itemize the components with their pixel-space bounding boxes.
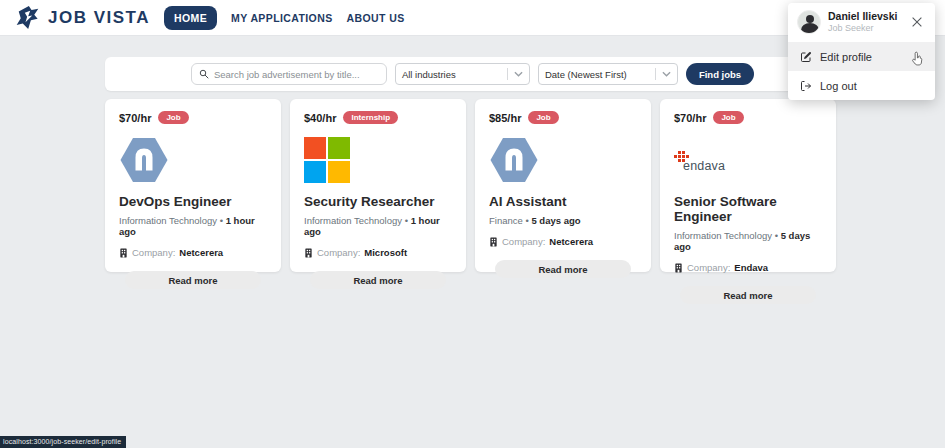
netcerera-logo: [119, 135, 169, 185]
read-more-button[interactable]: Read more: [495, 260, 631, 278]
job-card[interactable]: $40/hr Internship Security Researcher In…: [290, 99, 466, 272]
edit-profile-menu-item[interactable]: Edit profile: [788, 42, 935, 71]
date-filter-value: Date (Newest First): [545, 69, 649, 80]
user-name: Daniel Ilievski: [828, 10, 901, 23]
job-card-list: $70/hr Job DevOps Engineer Information T…: [105, 99, 836, 272]
user-role: Job Seeker: [828, 23, 901, 34]
job-meta: Information Technology • 1 hour ago: [304, 215, 452, 237]
link-preview-statusbar: localhost:3000/job-seeker/edit-profile: [0, 436, 126, 448]
job-card[interactable]: $70/hr Job DevOps Engineer Information T…: [105, 99, 281, 272]
date-filter-select[interactable]: Date (Newest First): [538, 63, 678, 85]
job-type-badge: Job: [528, 111, 558, 124]
read-more-button[interactable]: Read more: [310, 271, 446, 289]
building-icon: [119, 248, 128, 258]
microsoft-logo: [304, 137, 350, 183]
user-menu-header: Daniel Ilievski Job Seeker: [788, 3, 935, 42]
job-price: $70/hr: [119, 112, 151, 124]
netcerera-logo: [489, 135, 539, 185]
job-title: Senior Software Engineer: [674, 194, 822, 224]
company-row: Company: Netcerera: [489, 236, 637, 247]
company-row: Company: Endava: [674, 262, 822, 273]
search-icon: [199, 69, 209, 79]
select-divider: [507, 68, 508, 80]
select-divider: [655, 68, 656, 80]
job-card[interactable]: $85/hr Job AI Assistant Finance • 5 days…: [475, 99, 651, 272]
job-title: Security Researcher: [304, 194, 452, 209]
company-row: Company: Netcerera: [119, 247, 267, 258]
building-icon: [304, 248, 313, 258]
find-jobs-button[interactable]: Find jobs: [686, 63, 754, 85]
job-price: $70/hr: [674, 112, 706, 124]
industry-filter-value: All industries: [402, 69, 501, 80]
endava-dots-icon: [674, 151, 689, 162]
job-title: DevOps Engineer: [119, 194, 267, 209]
job-type-badge: Job: [713, 111, 743, 124]
job-type-badge: Internship: [343, 111, 398, 124]
job-price: $40/hr: [304, 112, 336, 124]
job-card[interactable]: $70/hr Job endava Senior Software Engine…: [660, 99, 836, 272]
chevron-down-icon: [662, 71, 671, 77]
industry-filter-select[interactable]: All industries: [395, 63, 530, 85]
company-name: Netcerera: [549, 236, 593, 247]
chevron-down-icon: [514, 71, 523, 77]
brand-logo[interactable]: JOB VISTA: [14, 4, 150, 31]
nav-about-us[interactable]: ABOUT US: [347, 12, 405, 24]
company-name: Microsoft: [364, 247, 407, 258]
search-toolbar: All industries Date (Newest First) Find …: [105, 57, 840, 91]
jobvista-logo-icon: [14, 4, 41, 31]
read-more-button[interactable]: Read more: [680, 286, 816, 304]
read-more-button[interactable]: Read more: [125, 271, 261, 289]
search-input[interactable]: [214, 69, 379, 80]
job-meta: Information Technology • 1 hour ago: [119, 215, 267, 237]
avatar: [797, 10, 821, 34]
building-icon: [489, 237, 498, 247]
nav-home[interactable]: HOME: [164, 6, 217, 30]
building-icon: [674, 263, 683, 273]
user-menu-dropdown: Daniel Ilievski Job Seeker Edit profile …: [788, 3, 935, 100]
endava-logo: endava: [674, 147, 725, 174]
company-name: Endava: [734, 262, 768, 273]
job-type-badge: Job: [158, 111, 188, 124]
company-name: Netcerera: [179, 247, 223, 258]
search-input-wrapper: [191, 63, 387, 85]
job-meta: Information Technology • 5 days ago: [674, 230, 822, 252]
logout-icon: [800, 80, 812, 92]
job-price: $85/hr: [489, 112, 521, 124]
brand-name: JOB VISTA: [48, 8, 150, 28]
nav-my-applications[interactable]: MY APPLICATIONS: [231, 12, 332, 24]
job-meta: Finance • 5 days ago: [489, 215, 637, 226]
job-title: AI Assistant: [489, 194, 637, 209]
company-row: Company: Microsoft: [304, 247, 452, 258]
logout-menu-item[interactable]: Log out: [788, 71, 935, 100]
main-nav: HOME MY APPLICATIONS ABOUT US: [164, 6, 405, 30]
close-icon[interactable]: [908, 13, 926, 31]
edit-icon: [800, 51, 812, 63]
